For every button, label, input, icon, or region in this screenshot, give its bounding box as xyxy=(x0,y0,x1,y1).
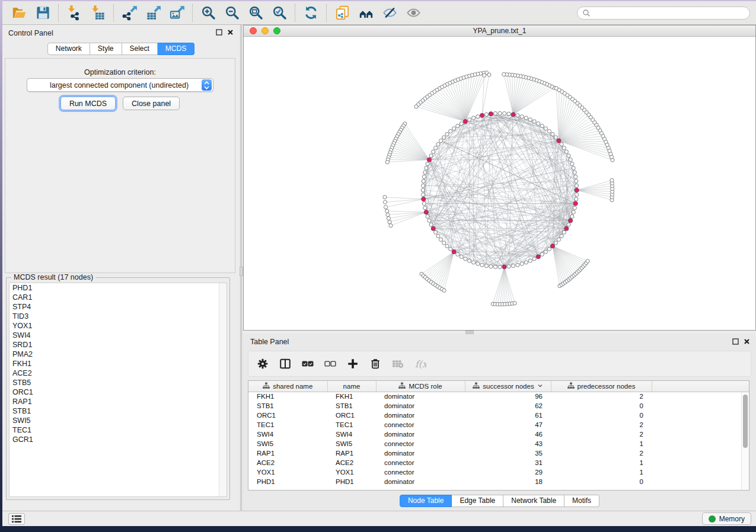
column-header[interactable]: shared name xyxy=(248,381,327,392)
columns-icon[interactable] xyxy=(278,357,292,371)
float-icon[interactable] xyxy=(216,29,222,36)
memory-status-icon xyxy=(709,515,716,523)
toolbar-separator xyxy=(326,4,327,22)
close-icon[interactable] xyxy=(227,29,234,36)
add-icon[interactable] xyxy=(346,357,360,371)
mcds-result-list: PHD1CAR1STP4TID3YOX1SWI4SRD1PMA2FKH1ACE2… xyxy=(9,283,227,444)
import-network-icon[interactable] xyxy=(62,3,86,23)
list-item[interactable]: GCR1 xyxy=(9,435,227,444)
main-toolbar xyxy=(2,1,756,25)
toolbar-separator xyxy=(58,4,59,22)
tab-select[interactable]: Select xyxy=(122,43,158,55)
table-row[interactable]: SWI4SWI4dominator462 xyxy=(248,430,749,439)
network-canvas[interactable] xyxy=(244,37,755,330)
zoom-fit-icon[interactable] xyxy=(244,3,267,23)
chevron-down-icon[interactable] xyxy=(537,383,543,390)
export-image-icon[interactable] xyxy=(165,3,189,23)
network-window-titlebar[interactable]: YPA_prune.txt_1 xyxy=(244,25,755,37)
network-graph xyxy=(244,37,755,330)
mcds-result-title: MCDS result (17 nodes) xyxy=(11,273,95,281)
table-row[interactable]: SWI5SWI5connector431 xyxy=(248,439,749,448)
close-panel-button[interactable]: Close panel xyxy=(123,97,180,110)
table-panel-header: Table Panel xyxy=(243,334,756,350)
zoom-selected-icon[interactable] xyxy=(267,3,291,23)
float-icon[interactable] xyxy=(732,338,739,345)
refresh-icon[interactable] xyxy=(299,3,323,23)
table-panel: Table Panel f(x) shared namenameMCDS rol… xyxy=(243,334,756,511)
function-icon: f(x) xyxy=(413,357,428,371)
settings-icon[interactable] xyxy=(256,357,270,371)
criterion-select[interactable]: largest connected component (undirected) xyxy=(27,78,213,92)
deselect-all-icon[interactable] xyxy=(323,357,337,371)
search-box[interactable] xyxy=(577,7,750,20)
column-header[interactable]: predecessor nodes xyxy=(551,381,652,392)
list-item[interactable]: FKH1 xyxy=(9,359,227,368)
node-table: shared namenameMCDS rolesuccessor nodesp… xyxy=(248,380,749,491)
export-network-icon[interactable] xyxy=(117,3,141,23)
control-panel-header: Control Panel xyxy=(2,25,240,41)
show-all-icon[interactable] xyxy=(401,3,425,23)
task-history-button[interactable] xyxy=(8,513,25,525)
column-header[interactable]: name xyxy=(327,381,376,392)
node-table-header-row: shared namenameMCDS rolesuccessor nodesp… xyxy=(248,381,749,392)
list-item[interactable]: RAP1 xyxy=(9,397,227,406)
copy-network-icon[interactable] xyxy=(330,3,354,23)
tab-motifs[interactable]: Motifs xyxy=(564,495,599,507)
tab-style[interactable]: Style xyxy=(90,43,122,55)
first-neighbors-icon[interactable] xyxy=(354,3,378,23)
column-header[interactable]: successor nodes xyxy=(465,381,551,392)
list-item[interactable]: ACE2 xyxy=(9,368,227,378)
list-item[interactable]: SWI5 xyxy=(9,416,227,425)
list-item[interactable]: STB1 xyxy=(9,406,227,416)
select-all-icon[interactable] xyxy=(301,357,315,371)
list-item[interactable]: YOX1 xyxy=(9,321,227,331)
export-table-icon[interactable] xyxy=(141,3,165,23)
list-item[interactable]: PHD1 xyxy=(9,283,227,293)
tab-network-table[interactable]: Network Table xyxy=(503,495,564,507)
list-item[interactable]: SWI4 xyxy=(9,331,227,340)
table-row[interactable]: STB1STB1dominator620 xyxy=(248,401,749,411)
table-scrollbar[interactable] xyxy=(741,392,749,490)
list-item[interactable]: PMA2 xyxy=(9,350,227,359)
list-item[interactable]: ORC1 xyxy=(9,387,227,397)
hierarchy-icon xyxy=(567,382,575,390)
hide-selected-icon[interactable] xyxy=(378,3,401,23)
control-panel: Control Panel NetworkStyleSelectMCDS Opt… xyxy=(2,25,240,511)
list-item[interactable]: SRD1 xyxy=(9,340,227,350)
tab-node-table[interactable]: Node Table xyxy=(400,495,452,507)
zoom-out-icon[interactable] xyxy=(220,3,244,23)
mcds-panel: Optimization criterion: largest connecte… xyxy=(5,58,235,273)
table-row[interactable]: FKH1FKH1dominator962 xyxy=(248,392,749,401)
column-header[interactable]: MCDS role xyxy=(376,381,465,392)
table-row[interactable]: ORC1ORC1dominator610 xyxy=(248,411,749,420)
open-file-icon[interactable] xyxy=(7,3,31,23)
delete-icon[interactable] xyxy=(368,357,382,371)
list-item[interactable]: STB5 xyxy=(9,378,227,387)
table-row[interactable]: TEC1TEC1connector472 xyxy=(248,420,749,430)
mcds-result-list-box: PHD1CAR1STP4TID3YOX1SWI4SRD1PMA2FKH1ACE2… xyxy=(9,283,227,497)
application-window: Control Panel NetworkStyleSelectMCDS Opt… xyxy=(2,1,756,526)
table-row[interactable]: YOX1YOX1connector291 xyxy=(248,467,749,477)
memory-button[interactable]: Memory xyxy=(702,512,751,525)
hierarchy-icon xyxy=(398,382,406,390)
scrollbar-thumb[interactable] xyxy=(743,395,748,448)
toolbar-separator xyxy=(295,4,295,22)
table-row[interactable]: PHD1PHD1dominator180 xyxy=(248,477,749,486)
run-mcds-button[interactable]: Run MCDS xyxy=(60,97,116,110)
list-item[interactable]: TID3 xyxy=(9,312,227,321)
list-scrollbar[interactable] xyxy=(219,283,227,496)
close-icon[interactable] xyxy=(744,338,750,345)
list-item[interactable]: TEC1 xyxy=(9,425,227,435)
list-item[interactable]: STP4 xyxy=(9,302,227,312)
table-row[interactable]: ACE2ACE2connector311 xyxy=(248,458,749,467)
control-panel-tabs: NetworkStyleSelectMCDS xyxy=(2,43,240,55)
zoom-in-icon[interactable] xyxy=(196,3,220,23)
import-table-icon[interactable] xyxy=(86,3,110,23)
tab-mcds[interactable]: MCDS xyxy=(158,43,194,55)
search-input[interactable] xyxy=(591,9,745,17)
save-session-icon[interactable] xyxy=(31,3,55,23)
list-item[interactable]: CAR1 xyxy=(9,293,227,302)
table-row[interactable]: RAP1RAP1dominator352 xyxy=(248,448,749,458)
tab-network[interactable]: Network xyxy=(47,43,90,55)
tab-edge-table[interactable]: Edge Table xyxy=(452,495,503,507)
